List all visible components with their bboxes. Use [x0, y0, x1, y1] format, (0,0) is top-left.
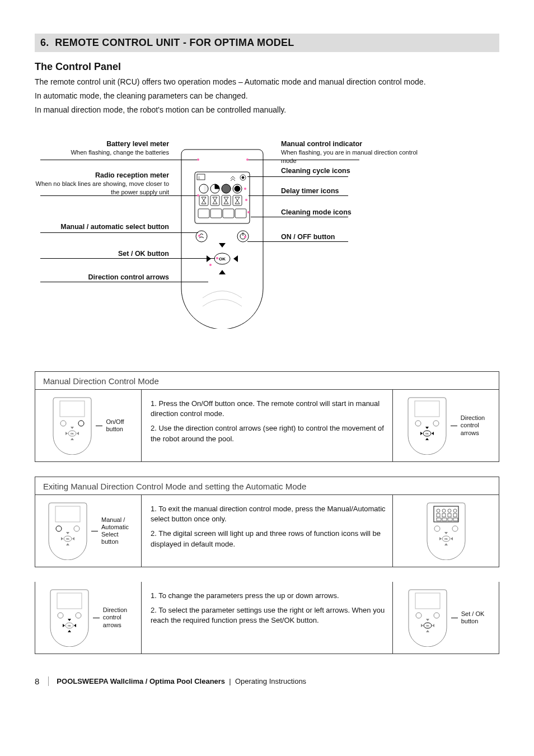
footer-tail: Operating Instructions [235, 677, 306, 685]
svg-text:OK: OK [425, 432, 429, 435]
svg-point-67 [434, 526, 440, 531]
svg-point-68 [452, 526, 458, 531]
box-title: Manual Direction Control Mode [35, 372, 499, 390]
mini-remote-icon: OK [52, 396, 92, 455]
callout-delay-timer: Delay timer icons [281, 186, 393, 195]
svg-point-37 [415, 421, 421, 426]
svg-point-55 [437, 509, 440, 512]
svg-rect-45 [55, 506, 80, 522]
svg-rect-16 [223, 209, 234, 218]
svg-point-86 [434, 613, 439, 618]
step: 1. To change the parameters press the up… [151, 591, 387, 601]
step: 1. To exit the manual direction control … [151, 504, 387, 524]
section-number: 6. [40, 37, 49, 48]
callout-manual-indicator: Manual control indicator When flashing, … [281, 139, 421, 165]
step: 2. To select the parameter settings use … [151, 605, 387, 626]
mini-remote-icon: OK [426, 502, 466, 560]
svg-rect-65 [448, 518, 452, 521]
box-title: Exiting Manual Direction Control Mode an… [35, 477, 499, 495]
remote-illustration: ▯ [180, 144, 264, 329]
svg-text:OK: OK [66, 538, 69, 540]
svg-text:OK: OK [444, 538, 448, 540]
svg-text:OK: OK [426, 624, 429, 627]
mini-label-direction: Direction control arrows [103, 606, 127, 629]
section-title: REMOTE CONTROL UNIT - FOR OPTIMA MODEL [55, 37, 294, 48]
svg-rect-61 [448, 514, 451, 517]
svg-rect-15 [210, 209, 222, 218]
svg-rect-62 [453, 514, 457, 517]
mini-label-direction: Direction control arrows [461, 414, 485, 437]
intro-paragraph-1: The remote control unit (RCU) offers two… [35, 76, 499, 88]
svg-point-29 [78, 421, 84, 426]
svg-rect-75 [57, 593, 82, 609]
svg-rect-66 [453, 518, 458, 521]
callout-radio: Radio reception meter When no black line… [35, 171, 169, 196]
box-exit-manual: Exiting Manual Direction Control Mode an… [35, 477, 499, 567]
box-manual-mode: Manual Direction Control Mode OK On/Off … [35, 371, 499, 462]
callout-cleaning-mode: Cleaning mode icons [281, 208, 393, 217]
callout-battery: Battery level meter When flashing, chang… [35, 139, 169, 157]
svg-rect-14 [198, 209, 209, 218]
remote-diagram: ▯ [35, 138, 499, 357]
svg-point-57 [448, 509, 451, 512]
svg-point-38 [433, 421, 439, 426]
svg-point-28 [60, 421, 66, 426]
svg-rect-36 [415, 401, 439, 417]
svg-rect-17 [235, 209, 246, 218]
subsection-title: The Control Panel [35, 61, 499, 73]
svg-point-85 [416, 613, 421, 618]
mini-label-manual-auto: Manual / Automatic Select button [101, 516, 129, 546]
callout-set-ok: Set / OK button [35, 249, 169, 258]
svg-rect-63 [437, 518, 441, 521]
mini-label-onoff: On/Off button [106, 418, 124, 433]
mini-remote-icon: OK [407, 396, 447, 455]
svg-text:OK: OK [71, 432, 74, 435]
svg-rect-27 [60, 401, 85, 417]
svg-point-46 [56, 526, 62, 531]
svg-point-9 [235, 186, 240, 192]
mini-remote-icon: OK [407, 589, 448, 647]
svg-point-47 [74, 526, 79, 531]
svg-point-56 [442, 509, 446, 512]
page-footer: 8 POOLSWEEPA Wallclima / Optima Pool Cle… [35, 676, 499, 686]
callout-direction-arrows: Direction control arrows [35, 273, 169, 282]
step: 2. Use the direction control arrows (see… [151, 423, 387, 444]
svg-text:OK: OK [68, 624, 71, 627]
callout-cleaning-cycle: Cleaning cycle icons [281, 166, 393, 175]
ok-label: OK [219, 256, 226, 262]
intro-paragraph-2: In automatic mode, the cleaning paramete… [35, 90, 499, 102]
svg-rect-60 [442, 514, 446, 517]
mini-remote-icon: OK [49, 589, 90, 647]
svg-text:▯: ▯ [198, 176, 200, 179]
mini-label-setok: Set / OK button [461, 610, 485, 625]
svg-rect-59 [437, 514, 440, 517]
svg-rect-64 [442, 518, 447, 521]
mini-remote-icon: OK [48, 502, 88, 560]
box-change-params: OK Direction control arrows 1. To change… [35, 582, 499, 654]
section-heading: 6. REMOTE CONTROL UNIT - FOR OPTIMA MODE… [35, 34, 499, 52]
callout-on-off: ON / OFF button [281, 232, 393, 241]
svg-point-76 [58, 613, 63, 618]
step: 1. Press the On/Off button once. The rem… [151, 399, 387, 419]
intro-paragraph-3: In manual direction mode, the robot's mo… [35, 104, 499, 116]
svg-rect-84 [415, 593, 440, 609]
callout-manual-auto: Manual / automatic select button [35, 222, 169, 231]
svg-point-58 [453, 509, 457, 512]
page-number: 8 [35, 676, 49, 686]
footer-sep: | [225, 677, 235, 685]
svg-point-4 [242, 176, 244, 179]
svg-point-77 [76, 613, 81, 618]
step: 2. The digital screen will light up and … [151, 529, 387, 549]
footer-product: POOLSWEEPA Wallclima / Optima Pool Clean… [57, 677, 225, 685]
